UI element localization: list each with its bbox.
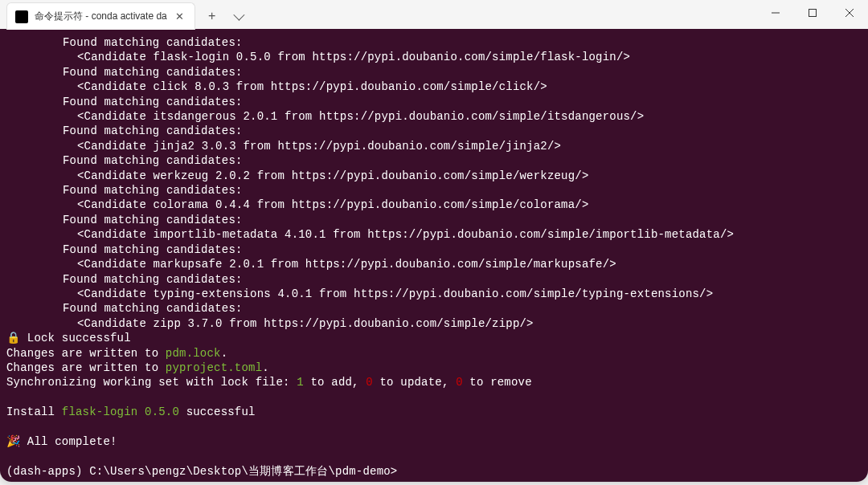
new-tab-button[interactable]: + (200, 4, 224, 28)
close-window-button[interactable] (831, 0, 868, 26)
close-tab-icon[interactable]: ✕ (174, 10, 186, 23)
title-bar: 命令提示符 - conda activate da ✕ + (0, 0, 868, 29)
terminal-line: Synchronizing working set with lock file… (6, 375, 862, 389)
maximize-button[interactable] (794, 0, 831, 26)
terminal-content: Found matching candidates:<Candidate fla… (6, 35, 862, 479)
tabs-area: 命令提示符 - conda activate da ✕ + (0, 0, 250, 29)
terminal-line: <Candidate jinja2 3.0.3 from https://pyp… (77, 139, 862, 153)
terminal-line: <Candidate click 8.0.3 from https://pypi… (77, 79, 862, 94)
terminal-line (6, 390, 862, 405)
terminal-line: <Candidate zipp 3.7.0 from https://pypi.… (77, 316, 862, 331)
terminal-line: Found matching candidates: (63, 213, 862, 227)
terminal-line: Found matching candidates: (63, 272, 862, 287)
tab-dropdown-button[interactable] (226, 4, 250, 28)
terminal-line: <Candidate werkzeug 2.0.2 from https://p… (77, 169, 862, 183)
terminal-line: Found matching candidates: (63, 183, 862, 198)
terminal-line: 🔒 Lock successful (6, 331, 862, 345)
terminal-output[interactable]: Found matching candidates:<Candidate fla… (0, 29, 868, 482)
terminal-line: <Candidate markupsafe 2.0.1 from https:/… (77, 257, 862, 271)
terminal-line: <Candidate colorama 0.4.4 from https://p… (77, 198, 862, 212)
terminal-line: Found matching candidates: (63, 124, 862, 138)
terminal-line: Install flask-login 0.5.0 successful (6, 405, 862, 419)
terminal-line: Found matching candidates: (63, 35, 862, 50)
terminal-line (6, 420, 862, 434)
tab-title: 命令提示符 - conda activate da (35, 10, 167, 23)
terminal-line: <Candidate importlib-metadata 4.10.1 fro… (77, 227, 862, 242)
terminal-line: Found matching candidates: (63, 65, 862, 79)
terminal-line: <Candidate typing-extensions 4.0.1 from … (77, 287, 862, 301)
terminal-line: <Candidate flask-login 0.5.0 from https:… (77, 50, 862, 64)
terminal-line: Changes are written to pyproject.toml. (6, 361, 862, 375)
terminal-line: Found matching candidates: (63, 153, 862, 168)
cmd-icon (15, 10, 28, 23)
terminal-line: Found matching candidates: (63, 243, 862, 257)
terminal-line: Found matching candidates: (63, 301, 862, 316)
terminal-line: 🎉 All complete! (6, 434, 862, 449)
minimize-button[interactable] (757, 0, 794, 26)
terminal-line: Found matching candidates: (63, 95, 862, 109)
terminal-line: <Candidate itsdangerous 2.0.1 from https… (77, 109, 862, 124)
terminal-line: (dash-apps) C:\Users\pengz\Desktop\当期博客工… (6, 464, 862, 479)
svg-rect-1 (809, 10, 817, 17)
chevron-down-icon (233, 10, 244, 21)
terminal-line: Changes are written to pdm.lock. (6, 346, 862, 361)
terminal-tab[interactable]: 命令提示符 - conda activate da ✕ (6, 2, 195, 30)
terminal-line (6, 449, 862, 463)
window-controls (757, 0, 868, 26)
